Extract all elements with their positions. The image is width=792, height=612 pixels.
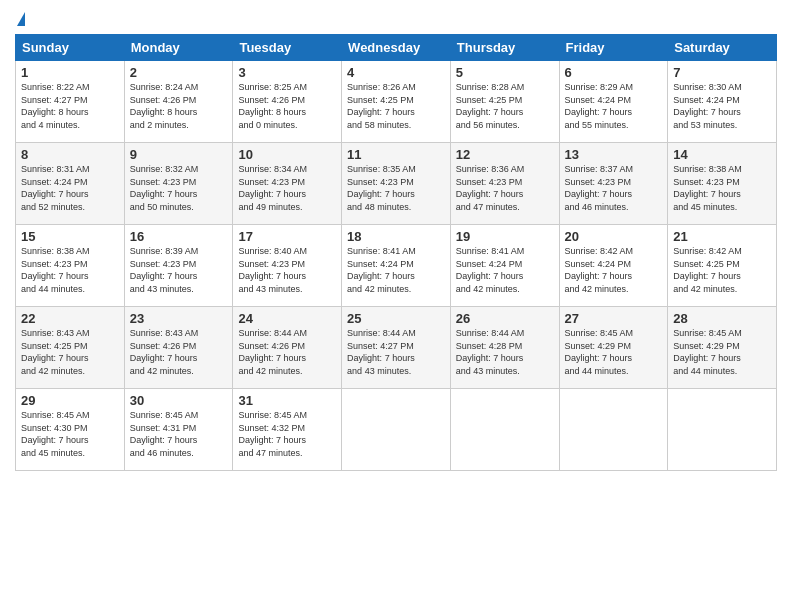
day-info: Sunrise: 8:26 AM Sunset: 4:25 PM Dayligh… — [347, 81, 445, 131]
calendar-cell: 6Sunrise: 8:29 AM Sunset: 4:24 PM Daylig… — [559, 61, 668, 143]
calendar-cell: 7Sunrise: 8:30 AM Sunset: 4:24 PM Daylig… — [668, 61, 777, 143]
day-info: Sunrise: 8:44 AM Sunset: 4:27 PM Dayligh… — [347, 327, 445, 377]
day-number: 1 — [21, 65, 119, 80]
day-number: 16 — [130, 229, 228, 244]
day-number: 20 — [565, 229, 663, 244]
calendar-header-monday: Monday — [124, 35, 233, 61]
day-info: Sunrise: 8:39 AM Sunset: 4:23 PM Dayligh… — [130, 245, 228, 295]
calendar-header-friday: Friday — [559, 35, 668, 61]
day-info: Sunrise: 8:32 AM Sunset: 4:23 PM Dayligh… — [130, 163, 228, 213]
calendar-cell: 14Sunrise: 8:38 AM Sunset: 4:23 PM Dayli… — [668, 143, 777, 225]
calendar-header-thursday: Thursday — [450, 35, 559, 61]
day-info: Sunrise: 8:28 AM Sunset: 4:25 PM Dayligh… — [456, 81, 554, 131]
day-number: 14 — [673, 147, 771, 162]
calendar-cell: 30Sunrise: 8:45 AM Sunset: 4:31 PM Dayli… — [124, 389, 233, 471]
day-info: Sunrise: 8:41 AM Sunset: 4:24 PM Dayligh… — [456, 245, 554, 295]
day-info: Sunrise: 8:37 AM Sunset: 4:23 PM Dayligh… — [565, 163, 663, 213]
day-number: 30 — [130, 393, 228, 408]
day-info: Sunrise: 8:25 AM Sunset: 4:26 PM Dayligh… — [238, 81, 336, 131]
calendar-cell: 21Sunrise: 8:42 AM Sunset: 4:25 PM Dayli… — [668, 225, 777, 307]
calendar-cell — [450, 389, 559, 471]
calendar-cell: 9Sunrise: 8:32 AM Sunset: 4:23 PM Daylig… — [124, 143, 233, 225]
calendar-cell: 17Sunrise: 8:40 AM Sunset: 4:23 PM Dayli… — [233, 225, 342, 307]
calendar-cell: 31Sunrise: 8:45 AM Sunset: 4:32 PM Dayli… — [233, 389, 342, 471]
day-number: 19 — [456, 229, 554, 244]
day-number: 11 — [347, 147, 445, 162]
day-number: 18 — [347, 229, 445, 244]
day-number: 9 — [130, 147, 228, 162]
logo-triangle-icon — [17, 12, 25, 26]
day-info: Sunrise: 8:29 AM Sunset: 4:24 PM Dayligh… — [565, 81, 663, 131]
day-number: 15 — [21, 229, 119, 244]
calendar-cell: 11Sunrise: 8:35 AM Sunset: 4:23 PM Dayli… — [342, 143, 451, 225]
calendar-cell: 25Sunrise: 8:44 AM Sunset: 4:27 PM Dayli… — [342, 307, 451, 389]
day-number: 26 — [456, 311, 554, 326]
calendar-cell: 13Sunrise: 8:37 AM Sunset: 4:23 PM Dayli… — [559, 143, 668, 225]
day-info: Sunrise: 8:34 AM Sunset: 4:23 PM Dayligh… — [238, 163, 336, 213]
day-info: Sunrise: 8:22 AM Sunset: 4:27 PM Dayligh… — [21, 81, 119, 131]
calendar-cell: 22Sunrise: 8:43 AM Sunset: 4:25 PM Dayli… — [16, 307, 125, 389]
day-number: 10 — [238, 147, 336, 162]
calendar-cell: 5Sunrise: 8:28 AM Sunset: 4:25 PM Daylig… — [450, 61, 559, 143]
calendar-cell: 1Sunrise: 8:22 AM Sunset: 4:27 PM Daylig… — [16, 61, 125, 143]
calendar-week-row: 15Sunrise: 8:38 AM Sunset: 4:23 PM Dayli… — [16, 225, 777, 307]
calendar-cell: 2Sunrise: 8:24 AM Sunset: 4:26 PM Daylig… — [124, 61, 233, 143]
calendar-cell — [668, 389, 777, 471]
day-number: 17 — [238, 229, 336, 244]
calendar-cell: 4Sunrise: 8:26 AM Sunset: 4:25 PM Daylig… — [342, 61, 451, 143]
calendar-cell: 26Sunrise: 8:44 AM Sunset: 4:28 PM Dayli… — [450, 307, 559, 389]
day-info: Sunrise: 8:30 AM Sunset: 4:24 PM Dayligh… — [673, 81, 771, 131]
calendar-header-wednesday: Wednesday — [342, 35, 451, 61]
day-info: Sunrise: 8:45 AM Sunset: 4:32 PM Dayligh… — [238, 409, 336, 459]
day-number: 2 — [130, 65, 228, 80]
day-info: Sunrise: 8:42 AM Sunset: 4:25 PM Dayligh… — [673, 245, 771, 295]
calendar-cell — [342, 389, 451, 471]
calendar-week-row: 1Sunrise: 8:22 AM Sunset: 4:27 PM Daylig… — [16, 61, 777, 143]
calendar-cell: 23Sunrise: 8:43 AM Sunset: 4:26 PM Dayli… — [124, 307, 233, 389]
day-number: 7 — [673, 65, 771, 80]
day-info: Sunrise: 8:44 AM Sunset: 4:28 PM Dayligh… — [456, 327, 554, 377]
day-number: 23 — [130, 311, 228, 326]
calendar-week-row: 8Sunrise: 8:31 AM Sunset: 4:24 PM Daylig… — [16, 143, 777, 225]
day-info: Sunrise: 8:36 AM Sunset: 4:23 PM Dayligh… — [456, 163, 554, 213]
day-number: 31 — [238, 393, 336, 408]
day-number: 21 — [673, 229, 771, 244]
day-number: 12 — [456, 147, 554, 162]
day-info: Sunrise: 8:31 AM Sunset: 4:24 PM Dayligh… — [21, 163, 119, 213]
day-info: Sunrise: 8:45 AM Sunset: 4:29 PM Dayligh… — [673, 327, 771, 377]
day-info: Sunrise: 8:43 AM Sunset: 4:25 PM Dayligh… — [21, 327, 119, 377]
day-number: 5 — [456, 65, 554, 80]
day-info: Sunrise: 8:43 AM Sunset: 4:26 PM Dayligh… — [130, 327, 228, 377]
calendar-header-tuesday: Tuesday — [233, 35, 342, 61]
day-info: Sunrise: 8:38 AM Sunset: 4:23 PM Dayligh… — [673, 163, 771, 213]
calendar-week-row: 22Sunrise: 8:43 AM Sunset: 4:25 PM Dayli… — [16, 307, 777, 389]
day-number: 24 — [238, 311, 336, 326]
header — [15, 10, 777, 28]
calendar-cell: 3Sunrise: 8:25 AM Sunset: 4:26 PM Daylig… — [233, 61, 342, 143]
day-info: Sunrise: 8:35 AM Sunset: 4:23 PM Dayligh… — [347, 163, 445, 213]
calendar-cell: 24Sunrise: 8:44 AM Sunset: 4:26 PM Dayli… — [233, 307, 342, 389]
calendar-header-sunday: Sunday — [16, 35, 125, 61]
calendar-table: SundayMondayTuesdayWednesdayThursdayFrid… — [15, 34, 777, 471]
calendar-cell: 8Sunrise: 8:31 AM Sunset: 4:24 PM Daylig… — [16, 143, 125, 225]
calendar-cell: 20Sunrise: 8:42 AM Sunset: 4:24 PM Dayli… — [559, 225, 668, 307]
day-number: 22 — [21, 311, 119, 326]
calendar-cell: 10Sunrise: 8:34 AM Sunset: 4:23 PM Dayli… — [233, 143, 342, 225]
calendar-cell: 18Sunrise: 8:41 AM Sunset: 4:24 PM Dayli… — [342, 225, 451, 307]
day-number: 25 — [347, 311, 445, 326]
day-number: 29 — [21, 393, 119, 408]
calendar-cell: 12Sunrise: 8:36 AM Sunset: 4:23 PM Dayli… — [450, 143, 559, 225]
logo — [15, 10, 25, 28]
day-number: 4 — [347, 65, 445, 80]
day-info: Sunrise: 8:42 AM Sunset: 4:24 PM Dayligh… — [565, 245, 663, 295]
day-number: 6 — [565, 65, 663, 80]
calendar-cell: 28Sunrise: 8:45 AM Sunset: 4:29 PM Dayli… — [668, 307, 777, 389]
page: SundayMondayTuesdayWednesdayThursdayFrid… — [0, 0, 792, 612]
day-number: 8 — [21, 147, 119, 162]
calendar-cell: 27Sunrise: 8:45 AM Sunset: 4:29 PM Dayli… — [559, 307, 668, 389]
day-number: 27 — [565, 311, 663, 326]
day-info: Sunrise: 8:41 AM Sunset: 4:24 PM Dayligh… — [347, 245, 445, 295]
day-number: 13 — [565, 147, 663, 162]
day-info: Sunrise: 8:45 AM Sunset: 4:31 PM Dayligh… — [130, 409, 228, 459]
calendar-header-saturday: Saturday — [668, 35, 777, 61]
